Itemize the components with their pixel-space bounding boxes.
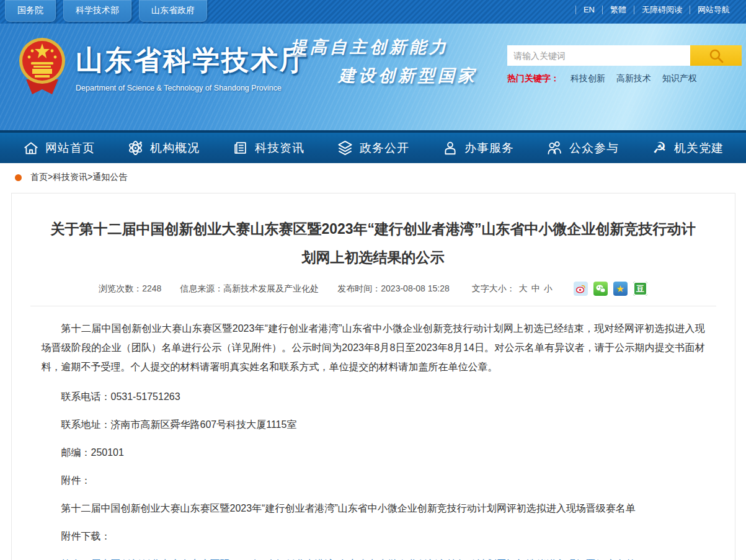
nav-label: 科技资讯 — [255, 140, 304, 156]
font-size-control: 文字大小：大中小 — [468, 283, 553, 295]
zip-code-line: 邮编：250101 — [42, 445, 705, 460]
fontsize-large-button[interactable]: 大 — [519, 283, 528, 293]
top-utility-bar: 国务院 科学技术部 山东省政府 EN 繁體 无障碍阅读 网站导航 — [0, 0, 746, 24]
hot-keyword-tech-innovation[interactable]: 科技创新 — [571, 73, 605, 84]
party-building-icon: ☭ — [651, 140, 668, 156]
slogan-line-2: 建设创新型国家 — [339, 64, 477, 87]
nav-label: 机构概况 — [150, 140, 200, 156]
qzone-star-icon: ★ — [616, 283, 624, 295]
site-banner: 山东省科学技术厅 Department of Science & Technol… — [0, 24, 746, 130]
search-button[interactable] — [690, 45, 742, 66]
link-site-map[interactable]: 网站导航 — [690, 6, 737, 14]
article-card: 关于第十二届中国创新创业大赛山东赛区暨2023年“建行创业者港湾”山东省中小微企… — [11, 193, 735, 560]
nav-item-gov-info[interactable]: 政务公开 — [337, 140, 409, 156]
gov-quick-links: 国务院 科学技术部 山东省政府 — [0, 0, 207, 22]
site-title: 山东省科学技术厅 — [76, 42, 309, 79]
breadcrumb[interactable]: 首页>科技资讯>通知公告 — [30, 172, 127, 183]
article-meta-row: 浏览次数：2248 信息来源：高新技术发展及产业化处 发布时间：2023-08-… — [42, 282, 705, 296]
utility-links: EN 繁體 无障碍阅读 网站导航 — [575, 0, 746, 14]
share-wechat-button[interactable] — [593, 282, 608, 296]
weibo-icon — [575, 283, 586, 294]
person-icon — [442, 140, 458, 156]
link-shandong-gov[interactable]: 山东省政府 — [139, 0, 207, 22]
views-value: 2248 — [142, 283, 161, 293]
national-emblem-icon — [17, 35, 67, 99]
breadcrumb-bar: 首页>科技资讯>通知公告 — [0, 163, 746, 192]
layers-icon — [337, 140, 353, 156]
article-paragraph: 第十二届中国创新创业大赛山东赛区暨2023年“建行创业者港湾”山东省中小微企业创… — [42, 319, 705, 376]
nav-item-home[interactable]: 网站首页 — [22, 140, 95, 156]
share-icons: ★ 豆 — [574, 282, 647, 296]
people-icon — [546, 140, 563, 156]
attachment-label: 附件： — [42, 473, 705, 488]
article-title: 关于第十二届中国创新创业大赛山东赛区暨2023年“建行创业者港湾”山东省中小微企… — [42, 215, 705, 272]
source-label: 信息来源： — [180, 283, 223, 293]
views-label: 浏览次数： — [99, 283, 142, 293]
contact-address-line: 联系地址：济南市高新区舜华路607号科技大厦1115室 — [42, 417, 705, 432]
nav-item-participation[interactable]: 公众参与 — [546, 140, 619, 156]
home-icon — [22, 140, 39, 156]
breadcrumb-bullet-icon — [15, 174, 22, 181]
site-brand[interactable]: 山东省科学技术厅 Department of Science & Technol… — [17, 35, 309, 99]
source-value: 高新技术发展及产业化处 — [223, 283, 319, 293]
search-zone: 热门关键字： 科技创新 高新技术 知识产权 — [507, 45, 742, 84]
main-nav: 网站首页 机构概况 科技资讯 政务公开 — [0, 130, 746, 163]
fontsize-small-button[interactable]: 小 — [544, 283, 553, 293]
atom-icon — [127, 140, 144, 156]
slogan-line-1: 提高自主创新能力 — [290, 36, 477, 58]
hot-keywords-label: 热门关键字： — [507, 73, 559, 84]
views-count: 浏览次数：2248 — [99, 283, 161, 295]
link-state-council[interactable]: 国务院 — [5, 0, 56, 22]
nav-item-org[interactable]: 机构概况 — [127, 140, 200, 156]
publish-date: 发布时间：2023-08-08 15:28 — [337, 283, 450, 295]
share-weibo-button[interactable] — [574, 282, 588, 296]
site-subtitle: Department of Science & Technology of Sh… — [76, 84, 309, 92]
attachment-download-label: 附件下载： — [42, 529, 705, 544]
nav-item-services[interactable]: 办事服务 — [442, 140, 514, 156]
link-traditional-chinese[interactable]: 繁體 — [602, 6, 634, 14]
nav-item-news[interactable]: 科技资讯 — [232, 140, 304, 156]
banner-slogan: 提高自主创新能力 建设创新型国家 — [290, 36, 477, 87]
link-accessibility[interactable]: 无障碍阅读 — [634, 6, 690, 14]
news-icon — [232, 140, 249, 156]
brand-text: 山东省科学技术厅 Department of Science & Technol… — [76, 42, 309, 92]
attachment-name: 第十二届中国创新创业大赛山东赛区暨2023年“建行创业者港湾”山东省中小微企业创… — [42, 501, 705, 516]
hot-keyword-ip[interactable]: 知识产权 — [662, 73, 697, 84]
link-english[interactable]: EN — [575, 6, 602, 14]
search-input[interactable] — [507, 45, 690, 66]
nav-label: 办事服务 — [464, 140, 514, 156]
fontsize-medium-button[interactable]: 中 — [531, 283, 540, 293]
wechat-icon — [595, 283, 606, 294]
fontsize-label: 文字大小： — [472, 283, 515, 293]
hot-keywords-row: 热门关键字： 科技创新 高新技术 知识产权 — [507, 73, 742, 84]
nav-label: 政务公开 — [360, 140, 409, 156]
share-qzone-button[interactable]: ★ — [613, 282, 628, 296]
article-body: 第十二届中国创新创业大赛山东赛区暨2023年“建行创业者港湾”山东省中小微企业创… — [42, 319, 705, 560]
link-most[interactable]: 科学技术部 — [63, 0, 131, 22]
search-icon — [708, 48, 724, 64]
date-value: 2023-08-08 15:28 — [381, 283, 450, 293]
meta-divider — [30, 306, 716, 306]
hot-keyword-high-tech[interactable]: 高新技术 — [616, 73, 651, 84]
nav-label: 网站首页 — [45, 140, 95, 156]
contact-phone-line: 联系电话：0531-51751263 — [42, 389, 705, 404]
douban-icon: 豆 — [636, 283, 644, 295]
source-info: 信息来源：高新技术发展及产业化处 — [180, 283, 319, 295]
share-douban-button[interactable]: 豆 — [633, 282, 647, 296]
date-label: 发布时间： — [337, 283, 381, 293]
nav-label: 公众参与 — [569, 140, 619, 156]
nav-item-party[interactable]: ☭ 机关党建 — [651, 140, 724, 156]
nav-label: 机关党建 — [674, 140, 724, 156]
